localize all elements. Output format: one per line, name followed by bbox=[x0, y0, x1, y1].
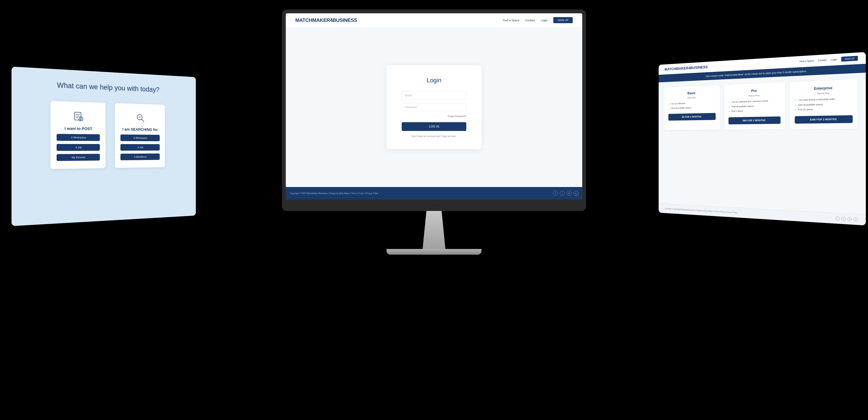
search-workspace-btn[interactable]: A Workspace bbox=[121, 134, 160, 141]
right-linkedin-icon[interactable]: li bbox=[854, 217, 858, 222]
enterprise-title: Enterprise bbox=[795, 85, 853, 91]
right-nav-signup-btn[interactable]: SIGN UP bbox=[841, 56, 858, 62]
basic-feature-1: View all available spaces bbox=[671, 106, 716, 110]
nav-contact[interactable]: Contact bbox=[525, 19, 535, 22]
facebook-icon[interactable]: f bbox=[553, 191, 558, 196]
left-panel: What can we help you with today? bbox=[11, 66, 196, 226]
post-job-btn[interactable]: A Job bbox=[57, 144, 100, 151]
right-footer-social: f t in li bbox=[836, 216, 858, 221]
search-card-title: I am SEARCHING for bbox=[122, 127, 158, 132]
basic-title: Basic bbox=[668, 90, 716, 96]
pricing-card-pro: Pro View & Post I am an individual and I… bbox=[724, 82, 785, 130]
login-box: Login Forgot Password? LOG IN Don't have… bbox=[386, 65, 482, 149]
right-nav-contact[interactable]: Contact bbox=[818, 59, 827, 62]
basic-cta-btn[interactable]: $9 FOR 3 MONTHS bbox=[668, 113, 716, 121]
post-icon bbox=[72, 110, 85, 123]
linkedin-icon[interactable]: li bbox=[574, 191, 579, 196]
login-footer: Copyright © 2023 MatchMaker4Business | D… bbox=[286, 187, 582, 200]
enterprise-features: I am representing a real-estate entity V… bbox=[795, 97, 853, 111]
login-btn[interactable]: LOG IN bbox=[402, 122, 466, 131]
right-nav-links: Find a Space Contact Login SIGN UP bbox=[800, 56, 858, 64]
right-facebook-icon[interactable]: f bbox=[836, 216, 840, 221]
pro-feature-0: I am an individual and I represent mysel… bbox=[732, 99, 781, 103]
monitor-screen: MATCHMAKER4BUSINESS Find a Space Contact… bbox=[286, 13, 582, 200]
post-card: I want to POST A Workspace A Job My Resu… bbox=[51, 101, 106, 169]
login-signup-text: Don't have an account yet? Sign up here. bbox=[402, 135, 466, 138]
enterprise-feature-2: Post 10 spaces bbox=[798, 107, 853, 111]
right-footer-copyright: Copyright © 2023 MatchMaker4Business | D… bbox=[664, 208, 738, 214]
pro-feature-2: Post 1 space bbox=[732, 109, 781, 113]
basic-type: View Only bbox=[668, 96, 716, 99]
svg-point-9 bbox=[139, 117, 141, 118]
footer-social: f t in li bbox=[553, 191, 579, 196]
login-page: MATCHMAKER4BUSINESS Find a Space Contact… bbox=[286, 13, 582, 200]
instagram-icon[interactable]: in bbox=[567, 191, 571, 196]
svg-line-8 bbox=[142, 119, 144, 122]
search-workforce-btn[interactable]: A Workforce bbox=[121, 154, 160, 160]
right-panel-inner: MATCHMAKER4BUSINESS Find a Space Contact… bbox=[659, 52, 866, 226]
enterprise-feature-1: View all available spaces bbox=[798, 102, 853, 107]
email-field bbox=[402, 91, 466, 99]
password-input[interactable] bbox=[402, 103, 466, 111]
pro-feature-1: View all available spaces bbox=[732, 104, 781, 108]
forgot-password-link[interactable]: Forgot Password? bbox=[402, 115, 466, 118]
basic-feature-0: I am an individual bbox=[671, 101, 716, 105]
monitor-outer: MATCHMAKER4BUSINESS Find a Space Contact… bbox=[282, 9, 586, 211]
monitor-base bbox=[386, 249, 482, 254]
enterprise-cta-btn[interactable]: $399 FOR 3 MONTHS bbox=[795, 115, 853, 123]
left-panel-heading: What can we help you with today? bbox=[57, 81, 159, 94]
nav-links: Find a Space Contact Login SIGN UP bbox=[503, 17, 573, 23]
nav-find-space[interactable]: Find a Space bbox=[503, 19, 520, 22]
enterprise-feature-0: I am representing a real-estate entity bbox=[798, 97, 853, 102]
login-title: Login bbox=[402, 77, 466, 84]
scene: What can we help you with today? bbox=[0, 0, 868, 420]
right-nav-login[interactable]: Login bbox=[831, 58, 837, 61]
right-nav-logo: MATCHMAKER4BUSINESS bbox=[664, 65, 708, 71]
right-twitter-icon[interactable]: t bbox=[842, 217, 846, 221]
monitor-camera bbox=[433, 204, 435, 207]
right-instagram-icon[interactable]: in bbox=[847, 217, 852, 221]
nav-login[interactable]: Login bbox=[541, 19, 548, 22]
pro-features: I am an individual and I represent mysel… bbox=[728, 99, 781, 113]
pro-type: View & Post bbox=[728, 93, 781, 97]
post-card-title: I want to POST bbox=[65, 126, 92, 131]
login-nav: MATCHMAKER4BUSINESS Find a Space Contact… bbox=[286, 13, 582, 27]
nav-logo: MATCHMAKER4BUSINESS bbox=[295, 17, 357, 23]
post-workspace-btn[interactable]: A Workspace bbox=[57, 134, 100, 141]
footer-copyright: Copyright © 2023 MatchMaker4Business | D… bbox=[289, 192, 378, 194]
pro-cta-btn[interactable]: $99 FOR 3 MONTHS bbox=[728, 116, 781, 124]
monitor-bezel-bottom bbox=[286, 200, 582, 211]
pricing-cards: Basic View Only I am an individual View … bbox=[659, 72, 866, 135]
twitter-icon[interactable]: t bbox=[560, 191, 565, 196]
login-body: Login Forgot Password? LOG IN Don't have… bbox=[286, 27, 582, 187]
pricing-card-basic: Basic View Only I am an individual View … bbox=[664, 85, 720, 130]
search-card: I am SEARCHING for A Workspace A Job A W… bbox=[115, 103, 165, 168]
basic-features: I am an individual View all available sp… bbox=[668, 101, 716, 110]
pro-title: Pro bbox=[728, 88, 781, 94]
nav-signup-btn[interactable]: SIGN UP bbox=[553, 17, 573, 23]
left-panel-cards: I want to POST A Workspace A Job My Resu… bbox=[51, 101, 165, 169]
right-nav-find-space[interactable]: Find a Space bbox=[800, 59, 814, 63]
password-field bbox=[402, 103, 466, 111]
enterprise-type: View & Post bbox=[795, 91, 853, 95]
monitor-wrapper: MATCHMAKER4BUSINESS Find a Space Contact… bbox=[282, 9, 586, 254]
email-input[interactable] bbox=[402, 91, 466, 99]
right-panel: MATCHMAKER4BUSINESS Find a Space Contact… bbox=[659, 52, 866, 226]
pricing-card-enterprise: Enterprise View & Post I am representing… bbox=[790, 79, 858, 129]
search-icon bbox=[134, 111, 147, 124]
logo-text: MATCHMAKER4BUSINESS bbox=[295, 17, 357, 23]
monitor-stand bbox=[415, 211, 453, 249]
search-job-btn[interactable]: A Job bbox=[121, 144, 160, 151]
post-resume-btn[interactable]: My Resume bbox=[57, 154, 100, 161]
